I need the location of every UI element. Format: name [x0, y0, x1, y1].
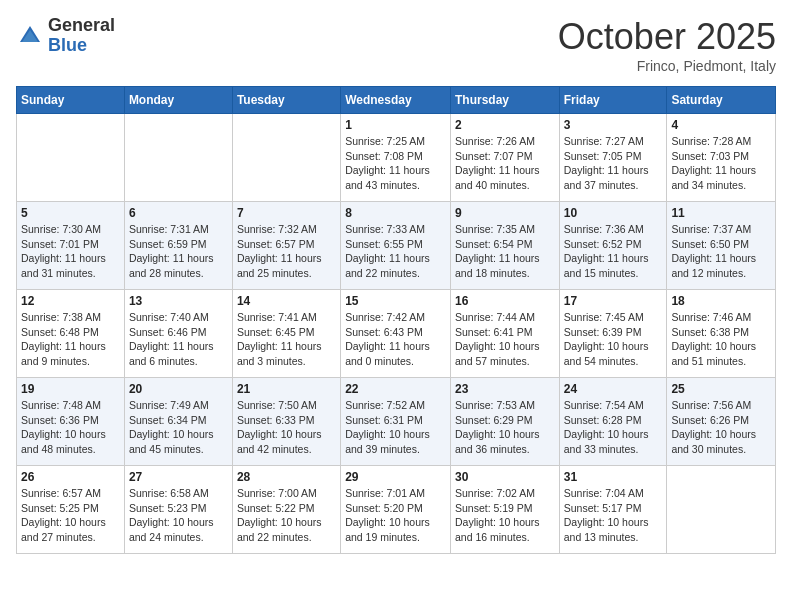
day-info: Sunrise: 7:27 AM Sunset: 7:05 PM Dayligh… — [564, 134, 663, 193]
day-number: 4 — [671, 118, 771, 132]
day-info: Sunrise: 7:33 AM Sunset: 6:55 PM Dayligh… — [345, 222, 446, 281]
day-info: Sunrise: 7:40 AM Sunset: 6:46 PM Dayligh… — [129, 310, 228, 369]
calendar-cell: 8Sunrise: 7:33 AM Sunset: 6:55 PM Daylig… — [341, 202, 451, 290]
calendar-cell: 12Sunrise: 7:38 AM Sunset: 6:48 PM Dayli… — [17, 290, 125, 378]
day-number: 21 — [237, 382, 336, 396]
header-thursday: Thursday — [450, 87, 559, 114]
calendar-cell: 31Sunrise: 7:04 AM Sunset: 5:17 PM Dayli… — [559, 466, 667, 554]
day-number: 13 — [129, 294, 228, 308]
day-info: Sunrise: 7:00 AM Sunset: 5:22 PM Dayligh… — [237, 486, 336, 545]
day-number: 14 — [237, 294, 336, 308]
calendar-cell: 19Sunrise: 7:48 AM Sunset: 6:36 PM Dayli… — [17, 378, 125, 466]
day-info: Sunrise: 7:44 AM Sunset: 6:41 PM Dayligh… — [455, 310, 555, 369]
week-row-5: 26Sunrise: 6:57 AM Sunset: 5:25 PM Dayli… — [17, 466, 776, 554]
day-info: Sunrise: 7:37 AM Sunset: 6:50 PM Dayligh… — [671, 222, 771, 281]
day-number: 8 — [345, 206, 446, 220]
calendar-cell — [17, 114, 125, 202]
day-info: Sunrise: 7:04 AM Sunset: 5:17 PM Dayligh… — [564, 486, 663, 545]
day-info: Sunrise: 7:50 AM Sunset: 6:33 PM Dayligh… — [237, 398, 336, 457]
day-info: Sunrise: 7:46 AM Sunset: 6:38 PM Dayligh… — [671, 310, 771, 369]
day-number: 27 — [129, 470, 228, 484]
calendar-header: SundayMondayTuesdayWednesdayThursdayFrid… — [17, 87, 776, 114]
calendar-cell: 1Sunrise: 7:25 AM Sunset: 7:08 PM Daylig… — [341, 114, 451, 202]
day-number: 25 — [671, 382, 771, 396]
header-tuesday: Tuesday — [232, 87, 340, 114]
day-info: Sunrise: 7:52 AM Sunset: 6:31 PM Dayligh… — [345, 398, 446, 457]
day-info: Sunrise: 7:36 AM Sunset: 6:52 PM Dayligh… — [564, 222, 663, 281]
logo: General Blue — [16, 16, 115, 56]
calendar-cell: 30Sunrise: 7:02 AM Sunset: 5:19 PM Dayli… — [450, 466, 559, 554]
day-info: Sunrise: 7:02 AM Sunset: 5:19 PM Dayligh… — [455, 486, 555, 545]
week-row-2: 5Sunrise: 7:30 AM Sunset: 7:01 PM Daylig… — [17, 202, 776, 290]
logo-blue-text: Blue — [48, 36, 115, 56]
day-info: Sunrise: 7:53 AM Sunset: 6:29 PM Dayligh… — [455, 398, 555, 457]
day-info: Sunrise: 7:31 AM Sunset: 6:59 PM Dayligh… — [129, 222, 228, 281]
calendar-cell: 7Sunrise: 7:32 AM Sunset: 6:57 PM Daylig… — [232, 202, 340, 290]
day-info: Sunrise: 7:28 AM Sunset: 7:03 PM Dayligh… — [671, 134, 771, 193]
calendar-cell: 17Sunrise: 7:45 AM Sunset: 6:39 PM Dayli… — [559, 290, 667, 378]
calendar-cell: 21Sunrise: 7:50 AM Sunset: 6:33 PM Dayli… — [232, 378, 340, 466]
day-info: Sunrise: 7:32 AM Sunset: 6:57 PM Dayligh… — [237, 222, 336, 281]
logo-text: General Blue — [48, 16, 115, 56]
calendar-cell: 3Sunrise: 7:27 AM Sunset: 7:05 PM Daylig… — [559, 114, 667, 202]
day-info: Sunrise: 7:26 AM Sunset: 7:07 PM Dayligh… — [455, 134, 555, 193]
week-row-1: 1Sunrise: 7:25 AM Sunset: 7:08 PM Daylig… — [17, 114, 776, 202]
day-info: Sunrise: 6:57 AM Sunset: 5:25 PM Dayligh… — [21, 486, 120, 545]
calendar-cell: 11Sunrise: 7:37 AM Sunset: 6:50 PM Dayli… — [667, 202, 776, 290]
calendar-cell: 5Sunrise: 7:30 AM Sunset: 7:01 PM Daylig… — [17, 202, 125, 290]
day-number: 11 — [671, 206, 771, 220]
day-number: 18 — [671, 294, 771, 308]
header-wednesday: Wednesday — [341, 87, 451, 114]
logo-general-text: General — [48, 16, 115, 36]
day-number: 3 — [564, 118, 663, 132]
calendar-cell: 28Sunrise: 7:00 AM Sunset: 5:22 PM Dayli… — [232, 466, 340, 554]
calendar-cell: 13Sunrise: 7:40 AM Sunset: 6:46 PM Dayli… — [124, 290, 232, 378]
calendar-cell: 20Sunrise: 7:49 AM Sunset: 6:34 PM Dayli… — [124, 378, 232, 466]
day-number: 5 — [21, 206, 120, 220]
day-number: 29 — [345, 470, 446, 484]
day-info: Sunrise: 7:49 AM Sunset: 6:34 PM Dayligh… — [129, 398, 228, 457]
calendar-cell: 18Sunrise: 7:46 AM Sunset: 6:38 PM Dayli… — [667, 290, 776, 378]
day-info: Sunrise: 7:56 AM Sunset: 6:26 PM Dayligh… — [671, 398, 771, 457]
page-header: General Blue October 2025 Frinco, Piedmo… — [16, 16, 776, 74]
day-info: Sunrise: 7:41 AM Sunset: 6:45 PM Dayligh… — [237, 310, 336, 369]
day-number: 2 — [455, 118, 555, 132]
calendar-cell: 24Sunrise: 7:54 AM Sunset: 6:28 PM Dayli… — [559, 378, 667, 466]
day-info: Sunrise: 7:45 AM Sunset: 6:39 PM Dayligh… — [564, 310, 663, 369]
day-number: 20 — [129, 382, 228, 396]
day-info: Sunrise: 7:30 AM Sunset: 7:01 PM Dayligh… — [21, 222, 120, 281]
day-number: 12 — [21, 294, 120, 308]
header-saturday: Saturday — [667, 87, 776, 114]
day-info: Sunrise: 7:48 AM Sunset: 6:36 PM Dayligh… — [21, 398, 120, 457]
calendar-cell: 22Sunrise: 7:52 AM Sunset: 6:31 PM Dayli… — [341, 378, 451, 466]
header-sunday: Sunday — [17, 87, 125, 114]
calendar-cell: 9Sunrise: 7:35 AM Sunset: 6:54 PM Daylig… — [450, 202, 559, 290]
day-number: 23 — [455, 382, 555, 396]
day-info: Sunrise: 6:58 AM Sunset: 5:23 PM Dayligh… — [129, 486, 228, 545]
day-number: 1 — [345, 118, 446, 132]
calendar-cell — [667, 466, 776, 554]
calendar-cell: 15Sunrise: 7:42 AM Sunset: 6:43 PM Dayli… — [341, 290, 451, 378]
day-info: Sunrise: 7:54 AM Sunset: 6:28 PM Dayligh… — [564, 398, 663, 457]
day-number: 6 — [129, 206, 228, 220]
day-number: 26 — [21, 470, 120, 484]
day-number: 19 — [21, 382, 120, 396]
day-info: Sunrise: 7:42 AM Sunset: 6:43 PM Dayligh… — [345, 310, 446, 369]
calendar-cell: 29Sunrise: 7:01 AM Sunset: 5:20 PM Dayli… — [341, 466, 451, 554]
calendar-cell: 23Sunrise: 7:53 AM Sunset: 6:29 PM Dayli… — [450, 378, 559, 466]
week-row-3: 12Sunrise: 7:38 AM Sunset: 6:48 PM Dayli… — [17, 290, 776, 378]
calendar-cell: 6Sunrise: 7:31 AM Sunset: 6:59 PM Daylig… — [124, 202, 232, 290]
calendar-cell — [232, 114, 340, 202]
month-title: October 2025 — [558, 16, 776, 58]
calendar-cell: 27Sunrise: 6:58 AM Sunset: 5:23 PM Dayli… — [124, 466, 232, 554]
day-info: Sunrise: 7:35 AM Sunset: 6:54 PM Dayligh… — [455, 222, 555, 281]
day-number: 17 — [564, 294, 663, 308]
day-info: Sunrise: 7:25 AM Sunset: 7:08 PM Dayligh… — [345, 134, 446, 193]
day-number: 9 — [455, 206, 555, 220]
calendar-cell: 14Sunrise: 7:41 AM Sunset: 6:45 PM Dayli… — [232, 290, 340, 378]
day-info: Sunrise: 7:38 AM Sunset: 6:48 PM Dayligh… — [21, 310, 120, 369]
calendar-cell: 16Sunrise: 7:44 AM Sunset: 6:41 PM Dayli… — [450, 290, 559, 378]
day-number: 28 — [237, 470, 336, 484]
location-subtitle: Frinco, Piedmont, Italy — [558, 58, 776, 74]
calendar-cell: 25Sunrise: 7:56 AM Sunset: 6:26 PM Dayli… — [667, 378, 776, 466]
